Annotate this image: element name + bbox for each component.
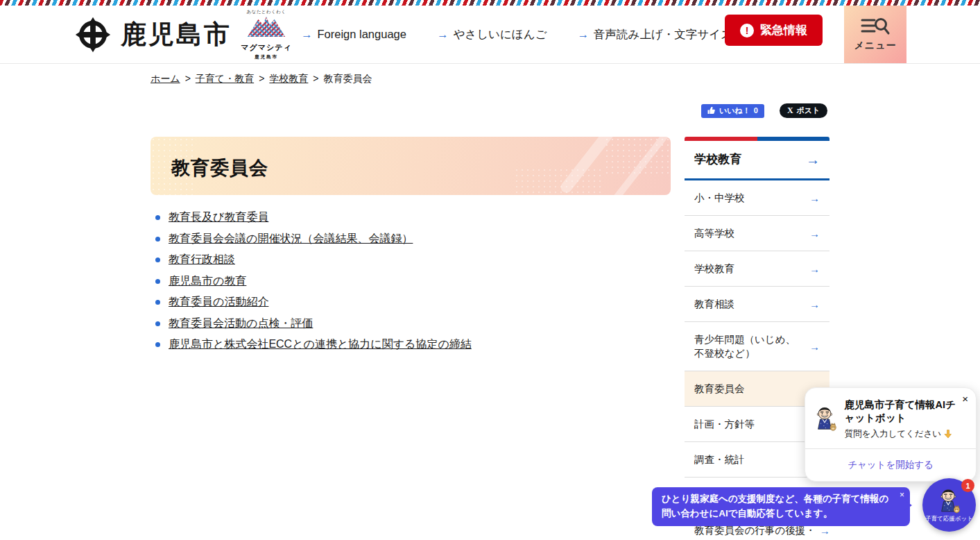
content-link-item: 鹿児島市と株式会社ECCとの連携と協力に関する協定の締結 <box>151 337 671 351</box>
logo-tagline: あなたとわくわく <box>240 8 293 15</box>
page-title-banner: 教育委員会 <box>151 137 671 195</box>
menu-button[interactable]: メニュー <box>844 6 906 63</box>
notification-badge: 1 <box>961 479 974 492</box>
header-link-easy-japanese[interactable]: → やさしいにほんご <box>437 26 547 42</box>
chatbot-launcher-button[interactable]: 子育て応援ボット 1 <box>922 478 976 532</box>
breadcrumb-link-home[interactable]: ホーム <box>151 73 180 84</box>
x-post-button[interactable]: X ポスト <box>780 103 827 118</box>
pointing-down-icon <box>944 430 952 439</box>
mascot-avatar <box>937 487 962 516</box>
arrow-right-icon: → <box>578 26 590 42</box>
facebook-like-button[interactable]: いいね！ 0 <box>701 104 764 118</box>
menu-search-icon <box>860 17 891 36</box>
chatbot-popup: 鹿児島市子育て情報AIチャットボット 質問を入力してください × チャットを開始… <box>805 387 977 482</box>
content-link[interactable]: 教育委員会会議の開催状況（会議結果、会議録） <box>169 233 413 244</box>
arrow-right-icon: → <box>809 262 820 276</box>
content-link-item: 教育委員会会議の開催状況（会議結果、会議録） <box>151 232 671 246</box>
content-link[interactable]: 鹿児島市の教育 <box>169 275 246 287</box>
site-name: 鹿児島市 <box>121 17 232 53</box>
emergency-info-button[interactable]: ! 緊急情報 <box>725 15 823 46</box>
content-link-item: 教育長及び教育委員 <box>151 210 671 224</box>
content-link[interactable]: 教育行政相談 <box>169 253 235 265</box>
content-link-item: 鹿児島市の教育 <box>151 274 671 288</box>
page-title: 教育委員会 <box>151 137 671 182</box>
header-link-foreign-language[interactable]: → Foreign language <box>301 26 406 42</box>
header-link-text-to-speech[interactable]: → 音声読み上げ・文字サイズ <box>578 26 732 42</box>
breadcrumb-current: 教育委員会 <box>324 73 372 84</box>
chatbot-title: 鹿児島市子育て情報AIチャットボット <box>845 398 968 425</box>
arrow-right-icon: → <box>809 191 820 205</box>
arrow-right-icon: → <box>809 226 820 241</box>
content-link-list: 教育長及び教育委員 教育委員会会議の開催状況（会議結果、会議録） 教育行政相談 … <box>151 210 671 359</box>
breadcrumb: ホーム>子育て・教育>学校教育>教育委員会 <box>151 72 372 86</box>
arrow-right-icon: → <box>809 297 820 312</box>
decorative-top-stripe <box>0 0 980 6</box>
site-header: 鹿児島市 あなたとわくわく マグマシティ 鹿児島市 → Foreign <box>0 6 980 64</box>
chatbot-popup-header: 鹿児島市子育て情報AIチャットボット 質問を入力してください × <box>805 388 976 448</box>
close-icon[interactable]: × <box>962 394 968 404</box>
sidebar-title[interactable]: 学校教育 → <box>685 141 829 180</box>
mascot-avatar <box>814 397 839 441</box>
header-nav: → Foreign language → やさしいにほんご → 音声読み上げ・文… <box>301 6 732 63</box>
content-link-item: 教育委員会活動の点検・評価 <box>151 317 671 330</box>
sidebar-item-school-education[interactable]: 学校教育 → <box>685 251 829 287</box>
arrow-right-icon: → <box>301 26 313 42</box>
social-share-bar: いいね！ 0 X ポスト <box>701 103 827 118</box>
start-chat-link[interactable]: チャットを開始する <box>848 459 934 470</box>
logo-name: マグマシティ <box>240 42 293 53</box>
breadcrumb-link-childcare[interactable]: 子育て・教育 <box>196 73 254 84</box>
sidebar-item-education-consultation[interactable]: 教育相談 → <box>685 287 829 322</box>
arrow-right-icon: → <box>437 26 449 42</box>
close-icon[interactable]: × <box>900 491 904 499</box>
like-count: 0 <box>754 106 758 116</box>
x-logo-icon: X <box>787 105 793 117</box>
breadcrumb-separator: > <box>313 73 318 84</box>
magma-city-logo: あなたとわくわく マグマシティ 鹿児島市 <box>240 8 293 60</box>
content-link[interactable]: 教育長及び教育委員 <box>169 211 268 223</box>
chatbot-popup-footer: チャットを開始する <box>805 448 976 481</box>
chatbot-subtitle: 質問を入力してください <box>845 428 968 441</box>
thumbs-up-icon <box>707 107 716 115</box>
site-logo[interactable]: 鹿児島市 <box>75 15 232 53</box>
arrow-right-icon: → <box>809 339 820 354</box>
alert-icon: ! <box>740 24 754 37</box>
chatbot-notification-banner: ひとり親家庭への支援制度など、各種の子育て情報の問い合わせにAIで自動応答してい… <box>652 487 910 526</box>
magma-mountain-icon <box>245 15 288 37</box>
page: 鹿児島市 あなたとわくわく マグマシティ 鹿児島市 → Foreign <box>0 0 980 540</box>
sidebar-item-elementary-junior[interactable]: 小・中学校 → <box>685 180 829 216</box>
city-emblem-icon <box>75 16 111 53</box>
sidebar-item-high-school[interactable]: 高等学校 → <box>685 216 829 251</box>
arrow-right-icon: → <box>806 150 820 169</box>
breadcrumb-link-school-education[interactable]: 学校教育 <box>269 73 308 84</box>
logo-city: 鹿児島市 <box>240 53 293 60</box>
content-link[interactable]: 教育委員会活動の点検・評価 <box>169 317 313 329</box>
breadcrumb-separator: > <box>185 73 191 84</box>
content-link[interactable]: 鹿児島市と株式会社ECCとの連携と協力に関する協定の締結 <box>169 338 472 350</box>
sidebar-item-youth-problems[interactable]: 青少年問題（いじめ、不登校など） → <box>685 322 829 371</box>
notification-text: ひとり親家庭への支援制度など、各種の子育て情報の問い合わせにAIで自動応答してい… <box>662 493 888 518</box>
content-link-item: 教育行政相談 <box>151 253 671 267</box>
chatbot-popup-texts: 鹿児島市子育て情報AIチャットボット 質問を入力してください <box>845 397 968 441</box>
chatbot-launcher-label: 子育て応援ボット <box>925 515 973 523</box>
breadcrumb-separator: > <box>259 73 264 84</box>
content-link-item: 教育委員の活動紹介 <box>151 295 671 309</box>
content-link[interactable]: 教育委員の活動紹介 <box>169 296 268 307</box>
